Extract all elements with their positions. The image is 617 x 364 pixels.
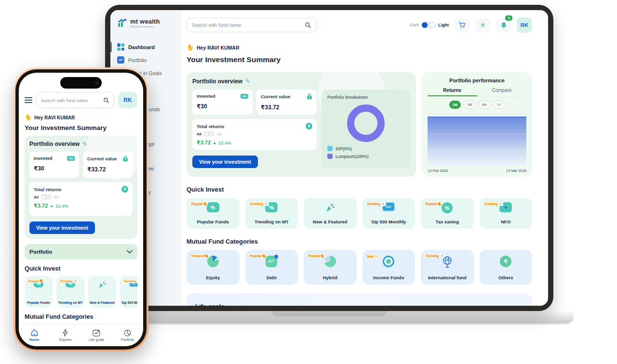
breakdown-donut-chart xyxy=(347,104,385,142)
x-label-start: 13 Feb 2026 xyxy=(428,169,448,173)
party-popper-icon xyxy=(324,202,336,213)
returns-period-toggle[interactable] xyxy=(41,195,52,199)
portfolio-overview-title-row: Portfolio overview ✎ xyxy=(192,78,410,85)
life-goals-title: Life goals xyxy=(195,303,523,306)
invested-label: Invested xyxy=(197,93,215,99)
period-6m[interactable]: 6M xyxy=(479,101,490,109)
card-label: International fund xyxy=(428,275,467,280)
view-investment-button[interactable]: View your investment xyxy=(29,221,95,234)
quick-invest-card-trending-mt[interactable]: Trending↗ % Trending on MT xyxy=(245,198,298,229)
dynamic-island xyxy=(60,77,102,89)
edit-pencil-icon[interactable]: ✎ xyxy=(245,78,250,85)
notifications-button[interactable]: 72 xyxy=(496,18,511,33)
cart-button[interactable] xyxy=(455,18,469,33)
invested-card: Invested IOI ₹30 xyxy=(29,152,79,178)
category-card-hybrid[interactable]: Popular Hybrid xyxy=(304,250,357,285)
bell-icon xyxy=(500,22,507,29)
wave-icon: ✋ xyxy=(186,43,194,52)
rewards-button[interactable]: ✳ xyxy=(475,18,490,33)
nav-label: Explore xyxy=(59,338,71,342)
legend-swatch-lumpsum xyxy=(327,154,333,159)
quick-invest-card-trending-mt[interactable]: Trending↗ % Trending on MT xyxy=(56,276,84,308)
returns-period-toggle[interactable] xyxy=(204,131,215,136)
quick-invest-card-new-featured[interactable]: New & Featured xyxy=(88,276,116,308)
fire-icon xyxy=(320,254,324,258)
invested-value: ₹30 xyxy=(34,165,75,172)
theme-toggle-group: Dark Light xyxy=(410,22,449,28)
card-label: NFO xyxy=(501,219,510,224)
category-card-others[interactable]: ₹ Others xyxy=(480,250,533,285)
gridline xyxy=(428,114,526,114)
user-avatar[interactable]: RK xyxy=(517,17,532,33)
toggle-all-label: All xyxy=(197,132,201,136)
quick-invest-card-popular-funds[interactable]: Popular % Popular Funds xyxy=(25,276,53,308)
card-badge: Popular xyxy=(27,279,44,283)
period-1m[interactable]: 1M xyxy=(449,101,461,109)
card-badge: Popular xyxy=(249,254,267,258)
life-goals-card[interactable]: Life goals xyxy=(187,293,532,306)
card-label: Debt xyxy=(267,275,277,280)
card-label: Sip 500 Monthly xyxy=(121,301,137,304)
svg-text:₹: ₹ xyxy=(124,158,126,161)
current-value-card: Current value ₹ ₹33.72 xyxy=(83,152,133,178)
quick-invest-card-popular-funds[interactable]: Popular % Popular Funds xyxy=(187,198,240,229)
banknote-icon: IOI xyxy=(241,94,248,99)
nav-explore[interactable]: Explore xyxy=(50,325,81,346)
banknote-icon: IOI xyxy=(67,156,75,161)
category-card-equity[interactable]: Featured Equity xyxy=(187,250,240,285)
period-1y[interactable]: 1Y xyxy=(493,101,505,109)
performance-tabs: Returns Compare xyxy=(428,88,526,97)
sidebar-item-dashboard[interactable]: Dashboard xyxy=(110,41,182,53)
tab-compare[interactable]: Compare xyxy=(477,88,527,96)
nav-portfolio[interactable]: Portfolio xyxy=(112,325,144,346)
search-icon xyxy=(305,22,311,28)
legend-label: Lumpsum(100%) xyxy=(335,154,369,159)
theme-toggle[interactable] xyxy=(421,22,436,28)
period-3m[interactable]: 3M xyxy=(464,101,475,109)
phone-frame: RK ✋ Hey RAVI KUMAR Your Investment Summ… xyxy=(13,67,148,351)
phone-quick-invest-title: Quick Invest xyxy=(25,265,137,272)
card-label: Equity xyxy=(206,275,220,280)
category-card-debt[interactable]: Popular Debt xyxy=(245,250,298,285)
quick-invest-card-sip500[interactable]: Trending↗ IOI Sip 500 Monthly xyxy=(120,276,137,308)
phone-fund-search[interactable] xyxy=(36,92,114,108)
card-badge: Trending↗ xyxy=(424,254,444,258)
phone-portfolio-overview-card: Portfolio overview ✎ Invested IOI ₹30 xyxy=(25,136,137,239)
performance-title: Portfolio performance xyxy=(428,78,526,83)
quick-invest-grid: Popular % Popular Funds Trending↗ % Tren… xyxy=(187,198,532,229)
current-value: ₹33.72 xyxy=(87,166,128,173)
phone-screen: RK ✋ Hey RAVI KUMAR Your Investment Summ… xyxy=(19,73,143,346)
quick-invest-card-sip500[interactable]: Trending↗ IOI Sip 500 Monthly xyxy=(362,198,416,229)
view-investment-button[interactable]: View your investment xyxy=(192,156,258,168)
nav-life-goals[interactable]: Life goals xyxy=(81,325,112,346)
phone-bezel: RK ✋ Hey RAVI KUMAR Your Investment Summ… xyxy=(15,69,147,350)
phone-search-input[interactable] xyxy=(41,98,100,103)
category-card-income[interactable]: New★ Income Funds xyxy=(362,250,416,285)
nav-home[interactable]: Home xyxy=(19,325,50,346)
sidebar-item-portfolio[interactable]: Portfolio xyxy=(110,54,182,66)
quick-invest-card-tax-saving[interactable]: Popular % Tax saving xyxy=(421,198,474,229)
greeting-text: Hey RAVI KUMAR xyxy=(34,115,75,120)
categories-grid: Featured Equity Popular Debt Popular Hyb… xyxy=(187,250,532,285)
hamburger-menu-icon[interactable] xyxy=(25,97,32,103)
camera-dot xyxy=(95,81,99,85)
current-value-label: Current value xyxy=(261,94,290,99)
coin-swirl-icon xyxy=(383,256,394,267)
categories-title: Mutual Fund Categories xyxy=(187,238,532,245)
legend-label: SIP(0%) xyxy=(335,146,352,151)
category-card-international[interactable]: Trending↗ International fund xyxy=(421,250,474,285)
phone-portfolio-collapse[interactable]: Portfolio xyxy=(25,244,137,260)
quick-invest-card-nfo[interactable]: Trending↗ ★ NFO xyxy=(480,198,533,229)
fund-search[interactable] xyxy=(187,18,317,32)
search-input[interactable] xyxy=(192,23,301,28)
search-icon xyxy=(103,97,109,104)
invested-card: Invested IOI ₹30 xyxy=(192,90,253,115)
phone-user-avatar[interactable]: RK xyxy=(118,92,137,108)
tab-returns[interactable]: Returns xyxy=(428,88,477,96)
total-returns-card: Total returns ₹ All 1d xyxy=(192,119,317,150)
card-badge: Trending↗ xyxy=(249,202,269,206)
trend-icon: ↗ xyxy=(381,202,385,206)
quick-invest-card-new-featured[interactable]: New & Featured xyxy=(304,198,357,229)
legend-swatch-sip xyxy=(327,146,333,151)
edit-pencil-icon[interactable]: ✎ xyxy=(82,141,87,147)
